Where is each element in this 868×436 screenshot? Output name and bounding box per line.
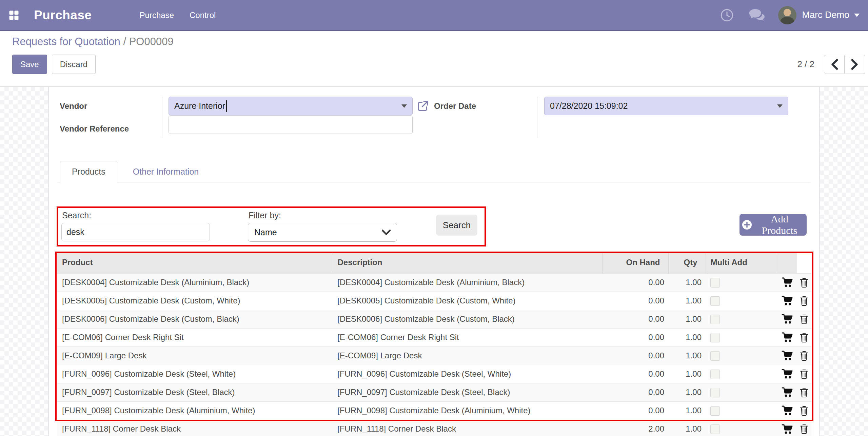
plus-circle-icon (742, 219, 754, 230)
delete-row-button[interactable] (800, 332, 809, 343)
vendor-reference-input[interactable] (169, 115, 413, 134)
activities-button[interactable] (720, 8, 734, 22)
shopping-cart-icon (782, 314, 793, 324)
pager-next-button[interactable] (845, 55, 865, 74)
clock-icon (720, 8, 734, 22)
on-hand-cell: 0.00 (602, 365, 668, 383)
delete-cell (797, 420, 811, 436)
qty-cell: 1.00 (668, 420, 706, 436)
on-hand-cell: 0.00 (602, 273, 668, 292)
navbar-menus: Purchase Control (132, 0, 224, 31)
add-to-cart-button[interactable] (782, 351, 793, 361)
multi-add-checkbox[interactable] (710, 351, 720, 361)
column-header-multi-add: Multi Add (706, 252, 778, 273)
messages-button[interactable] (748, 8, 765, 22)
shopping-cart-icon (782, 351, 793, 361)
add-to-cart-button[interactable] (782, 369, 793, 379)
multi-add-checkbox[interactable] (710, 406, 720, 416)
product-table-body: [DESK0004] Customizable Desk (Aluminium,… (57, 273, 811, 436)
column-header-on-hand: On Hand (602, 252, 668, 273)
user-menu[interactable]: Marc Demo (778, 6, 860, 24)
multi-add-checkbox[interactable] (710, 388, 720, 397)
add-to-cart-button[interactable] (782, 296, 793, 306)
pager-previous-button[interactable] (824, 55, 845, 74)
multi-add-cell (706, 383, 778, 401)
description-cell: [FURN_0097] Customizable Desk (Steel, Bl… (333, 383, 602, 401)
product-cell: [E-COM09] Large Desk (57, 346, 333, 365)
trash-icon (800, 369, 809, 379)
multi-add-checkbox[interactable] (710, 315, 720, 324)
cart-cell (778, 273, 797, 292)
menu-control[interactable]: Control (182, 0, 223, 31)
add-to-cart-button[interactable] (782, 424, 793, 434)
cart-cell (778, 401, 797, 420)
multi-add-checkbox[interactable] (710, 333, 720, 342)
multi-add-cell (706, 310, 778, 328)
add-to-cart-button[interactable] (782, 405, 793, 416)
order-date-external-link-button[interactable] (416, 100, 429, 113)
multi-add-checkbox[interactable] (710, 278, 720, 288)
save-button[interactable]: Save (12, 55, 47, 74)
chevron-left-icon (830, 59, 839, 70)
breadcrumb-record: PO00009 (129, 36, 174, 47)
form-fields: Vendor Vendor Reference Azure Interior (57, 97, 811, 138)
delete-row-button[interactable] (800, 314, 809, 324)
shopping-cart-icon (782, 424, 793, 434)
product-cell: [FURN_1118] Corner Desk Black (57, 420, 333, 436)
delete-row-button[interactable] (800, 296, 809, 306)
caret-down-icon (854, 14, 860, 17)
add-to-cart-button[interactable] (782, 387, 793, 397)
delete-row-button[interactable] (800, 405, 809, 416)
filter-by-select[interactable]: Name (248, 223, 397, 242)
multi-add-checkbox[interactable] (710, 370, 720, 379)
vendor-label: Vendor (60, 97, 162, 115)
order-date-input[interactable]: 07/28/2020 15:09:02 (544, 97, 788, 115)
delete-row-button[interactable] (800, 351, 809, 361)
delete-row-button[interactable] (800, 369, 809, 379)
content-area: Vendor Vendor Reference Azure Interior (0, 87, 868, 436)
cart-cell (778, 383, 797, 401)
cart-cell (778, 346, 797, 365)
table-row: [FURN_1118] Corner Desk Black [FURN_1118… (57, 420, 811, 436)
multi-add-checkbox[interactable] (710, 296, 720, 306)
column-header-actions (778, 252, 797, 273)
delete-cell (797, 310, 811, 328)
notebook-tabs: Products Other Information (57, 161, 811, 182)
delete-row-button[interactable] (800, 387, 809, 398)
apps-menu-button[interactable] (7, 9, 20, 22)
add-to-cart-button[interactable] (782, 277, 793, 288)
control-panel: Requests for Quotation / PO00009 Save Di… (0, 31, 868, 87)
tab-products[interactable]: Products (60, 161, 117, 182)
discard-button[interactable]: Discard (52, 55, 96, 74)
delete-row-button[interactable] (800, 277, 809, 288)
search-band: Search: Filter by: Name Search (57, 206, 811, 246)
external-link-icon (416, 100, 429, 113)
text-cursor (226, 100, 227, 112)
trash-icon (800, 387, 809, 398)
table-row: [DESK0005] Customizable Desk (Custom, Wh… (57, 292, 811, 310)
cart-cell (778, 310, 797, 328)
search-input[interactable] (61, 223, 210, 241)
search-button[interactable]: Search (436, 215, 477, 236)
multi-add-cell (706, 365, 778, 383)
add-to-cart-button[interactable] (782, 332, 793, 342)
menu-purchase[interactable]: Purchase (132, 0, 182, 31)
pager-value: 2 / 2 (797, 59, 814, 70)
dropdown-caret-icon[interactable] (777, 104, 783, 108)
add-products-button[interactable]: Add Products (739, 214, 807, 236)
tab-other-information[interactable]: Other Information (121, 161, 211, 182)
multi-add-checkbox[interactable] (710, 424, 720, 434)
product-cell: [FURN_0098] Customizable Desk (Aluminium… (57, 401, 333, 420)
table-row: [FURN_0098] Customizable Desk (Aluminium… (57, 401, 811, 420)
breadcrumb-section[interactable]: Requests for Quotation (12, 36, 120, 47)
add-to-cart-button[interactable] (782, 314, 793, 324)
search-label: Search: (62, 211, 210, 220)
shopping-cart-icon (782, 277, 793, 288)
on-hand-cell: 0.00 (602, 328, 668, 346)
qty-cell: 1.00 (668, 346, 706, 365)
vendor-input[interactable]: Azure Interior (169, 97, 413, 115)
column-header-product: Product (57, 252, 333, 273)
dropdown-caret-icon[interactable] (401, 104, 407, 108)
multi-add-cell (706, 273, 778, 292)
delete-row-button[interactable] (800, 424, 809, 434)
